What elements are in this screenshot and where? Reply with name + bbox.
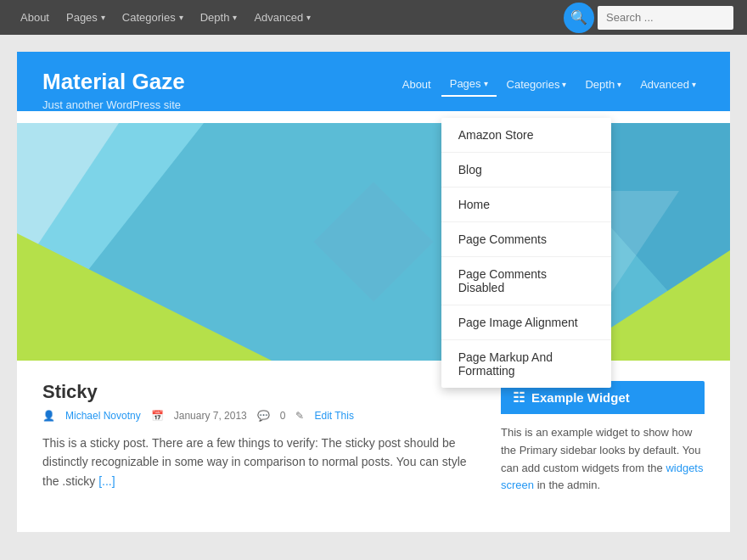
site-nav-advanced-label: Advanced bbox=[640, 78, 689, 91]
site-nav-about[interactable]: About bbox=[394, 73, 440, 96]
admin-nav-about-label: About bbox=[20, 11, 49, 24]
post-excerpt: This is a sticky post. There are a few t… bbox=[42, 434, 480, 490]
site-tagline: Just another WordPress site bbox=[42, 98, 705, 111]
post-edit-link[interactable]: Edit This bbox=[314, 410, 353, 422]
sidebar: ☷ Example Widget This is an example widg… bbox=[501, 381, 705, 512]
post-read-more[interactable]: [...] bbox=[98, 474, 115, 488]
dropdown-page-comments-disabled[interactable]: Page Comments Disabled bbox=[441, 257, 611, 305]
admin-nav-pages[interactable]: Pages ▾ bbox=[59, 0, 112, 35]
widget-body-after: in the admin. bbox=[537, 479, 600, 491]
admin-nav-advanced-label: Advanced bbox=[254, 11, 303, 24]
admin-nav-advanced-chevron: ▾ bbox=[306, 13, 311, 22]
admin-nav-pages-chevron: ▾ bbox=[101, 13, 105, 22]
site-nav-depth-label: Depth bbox=[585, 78, 615, 91]
dropdown-page-comments[interactable]: Page Comments bbox=[441, 222, 611, 257]
dropdown-page-image-alignment[interactable]: Page Image Alignment bbox=[441, 305, 611, 340]
admin-nav-depth-label: Depth bbox=[200, 11, 230, 24]
post-comments-icon: 💬 bbox=[257, 410, 270, 422]
site-nav-about-label: About bbox=[402, 78, 431, 91]
dropdown-home[interactable]: Home bbox=[441, 188, 611, 222]
site-nav-pages-wrapper: Pages ▾ Amazon Store Blog Home Page Comm… bbox=[441, 72, 497, 97]
post-title: Sticky bbox=[42, 381, 480, 403]
admin-nav-about[interactable]: About bbox=[14, 0, 56, 35]
admin-bar-nav: About Pages ▾ Categories ▾ Depth ▾ Advan… bbox=[14, 0, 547, 35]
widget-example: ☷ Example Widget This is an example widg… bbox=[501, 381, 705, 495]
hero-shape-3 bbox=[17, 233, 272, 361]
hero-diamond bbox=[313, 182, 433, 301]
site-nav-categories[interactable]: Categories ▾ bbox=[498, 73, 576, 96]
hero-image bbox=[17, 123, 730, 361]
site-nav-pages-chevron: ▾ bbox=[484, 79, 488, 88]
admin-nav-depth-chevron: ▾ bbox=[233, 13, 237, 22]
admin-nav-categories-label: Categories bbox=[122, 11, 176, 24]
search-area: 🔍 bbox=[564, 3, 733, 33]
site-container: Material Gaze Just another WordPress sit… bbox=[17, 52, 730, 532]
search-button[interactable]: 🔍 bbox=[564, 3, 594, 33]
admin-nav-categories[interactable]: Categories ▾ bbox=[115, 0, 190, 35]
admin-nav-advanced[interactable]: Advanced ▾ bbox=[247, 0, 317, 35]
post-date-icon: 📅 bbox=[151, 410, 164, 422]
main-content: Sticky 👤 Michael Novotny 📅 January 7, 20… bbox=[42, 381, 480, 512]
widget-icon: ☷ bbox=[513, 389, 525, 406]
widget-title: Example Widget bbox=[531, 390, 630, 405]
post-date: January 7, 2013 bbox=[174, 410, 247, 422]
post-author-icon: 👤 bbox=[42, 410, 55, 422]
site-nav-advanced[interactable]: Advanced ▾ bbox=[632, 73, 705, 96]
admin-bar: About Pages ▾ Categories ▾ Depth ▾ Advan… bbox=[0, 0, 747, 35]
site-nav-pages[interactable]: Pages ▾ bbox=[441, 72, 497, 97]
site-nav-depth-chevron: ▾ bbox=[617, 80, 621, 89]
site-nav: About Pages ▾ Amazon Store Blog Home Pag… bbox=[394, 72, 705, 97]
site-nav-advanced-chevron: ▾ bbox=[692, 80, 696, 89]
dropdown-amazon-store[interactable]: Amazon Store bbox=[441, 118, 611, 153]
site-header: Material Gaze Just another WordPress sit… bbox=[17, 52, 730, 111]
site-nav-categories-label: Categories bbox=[507, 78, 560, 91]
pages-dropdown-menu: Amazon Store Blog Home Page Comments Pag… bbox=[441, 118, 611, 388]
widget-body: This is an example widget to show how th… bbox=[501, 414, 705, 495]
search-input[interactable] bbox=[598, 6, 733, 30]
post-comments: 0 bbox=[280, 410, 286, 422]
admin-nav-pages-label: Pages bbox=[66, 11, 98, 24]
page-outer: Material Gaze Just another WordPress sit… bbox=[0, 35, 747, 549]
site-nav-depth[interactable]: Depth ▾ bbox=[576, 73, 630, 96]
post-edit-icon: ✎ bbox=[295, 410, 304, 422]
site-nav-pages-label: Pages bbox=[450, 77, 481, 90]
post-meta: 👤 Michael Novotny 📅 January 7, 2013 💬 0 … bbox=[42, 410, 480, 422]
dropdown-blog[interactable]: Blog bbox=[441, 153, 611, 188]
dropdown-page-markup-formatting[interactable]: Page Markup And Formatting bbox=[441, 340, 611, 388]
post-author[interactable]: Michael Novotny bbox=[65, 410, 141, 422]
admin-nav-depth[interactable]: Depth ▾ bbox=[194, 0, 244, 35]
content-area: Sticky 👤 Michael Novotny 📅 January 7, 20… bbox=[17, 361, 730, 532]
admin-nav-categories-chevron: ▾ bbox=[179, 13, 183, 22]
search-icon: 🔍 bbox=[570, 9, 587, 25]
site-nav-categories-chevron: ▾ bbox=[562, 80, 566, 89]
